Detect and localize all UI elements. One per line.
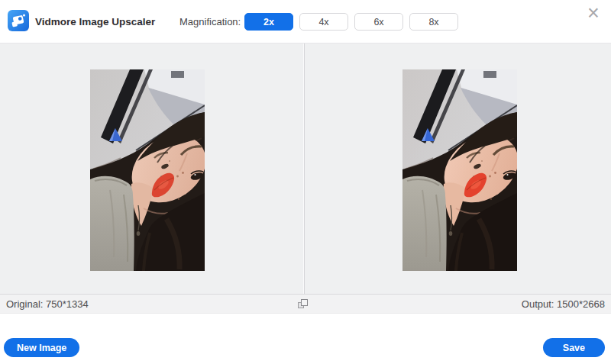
action-bar: New Image Save bbox=[0, 314, 611, 364]
magnification-6x-button[interactable]: 6x bbox=[354, 13, 403, 31]
app-logo-icon bbox=[8, 10, 29, 31]
compare-icon[interactable] bbox=[298, 299, 309, 311]
upscaled-photo bbox=[402, 69, 517, 271]
output-dimensions-label: Output: 1500*2668 bbox=[522, 295, 605, 314]
magnification-group: 2x 4x 6x 8x bbox=[244, 13, 458, 31]
original-photo bbox=[90, 69, 205, 271]
close-icon[interactable]: × bbox=[582, 0, 605, 27]
preview-area bbox=[0, 43, 611, 294]
magnification-2x-button[interactable]: 2x bbox=[244, 13, 293, 31]
compare-icon-front-square bbox=[301, 299, 308, 306]
save-button[interactable]: Save bbox=[543, 338, 605, 357]
pane-divider bbox=[304, 43, 305, 294]
app-window: { "window": { "title": "Vidmore Image Up… bbox=[0, 0, 611, 364]
upscaled-image-preview bbox=[402, 69, 517, 271]
magnification-8x-button[interactable]: 8x bbox=[409, 13, 458, 31]
new-image-button[interactable]: New Image bbox=[4, 338, 79, 357]
status-bar: Original: 750*1334 Output: 1500*2668 bbox=[0, 294, 611, 314]
original-image-preview bbox=[90, 69, 205, 271]
magnification-4x-button[interactable]: 4x bbox=[299, 13, 348, 31]
titlebar: Vidmore Image Upscaler Magnification: 2x… bbox=[0, 0, 611, 43]
magnification-label: Magnification: bbox=[179, 0, 241, 43]
app-title: Vidmore Image Upscaler bbox=[35, 0, 155, 43]
original-dimensions-label: Original: 750*1334 bbox=[6, 295, 89, 314]
